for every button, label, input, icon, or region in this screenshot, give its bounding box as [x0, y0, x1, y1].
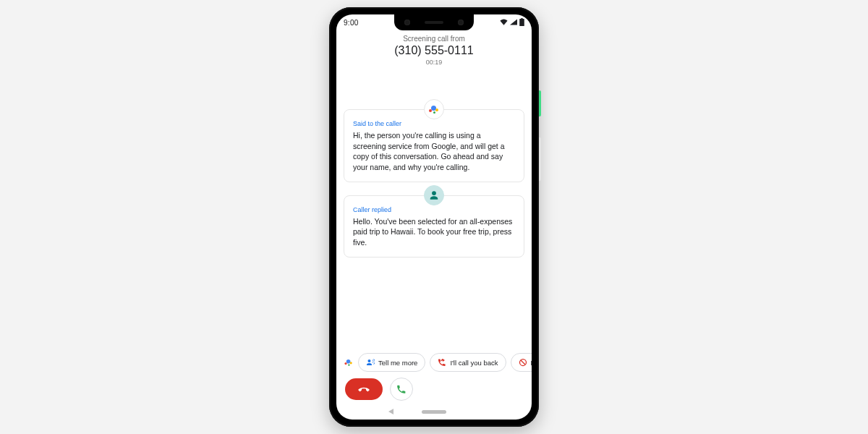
- screening-label: Screening call from: [336, 35, 532, 43]
- assistant-card-label: Said to the caller: [353, 120, 515, 127]
- chip-label: R: [531, 359, 532, 367]
- block-icon: [519, 358, 527, 367]
- person-voice-icon: [366, 358, 375, 367]
- person-icon: [429, 190, 439, 200]
- svg-line-1: [521, 360, 525, 365]
- caller-number: (310) 555-0111: [336, 44, 532, 57]
- wifi-icon: [500, 19, 508, 27]
- pickup-button[interactable]: [390, 378, 413, 401]
- google-assistant-dots-icon: [344, 358, 352, 366]
- chip-label: Tell me more: [378, 359, 417, 367]
- call-duration: 00:19: [336, 59, 532, 66]
- status-time: 9:00: [344, 19, 394, 27]
- status-indicators: [474, 18, 524, 27]
- assistant-card: Said to the caller Hi, the person you're…: [344, 109, 524, 182]
- cellular-signal-icon: [510, 19, 517, 27]
- back-icon[interactable]: [388, 409, 393, 414]
- chip-label: I'll call you back: [450, 359, 498, 367]
- transcript-area: Said to the caller Hi, the person you're…: [336, 109, 532, 258]
- caller-message: Caller replied Hello. You've been select…: [344, 195, 524, 258]
- earpiece-speaker: [425, 21, 443, 24]
- front-camera-icon: [404, 20, 410, 25]
- home-pill-icon[interactable]: [422, 410, 446, 414]
- power-button: [539, 90, 541, 116]
- volume-button: [539, 137, 541, 181]
- hangup-button[interactable]: [345, 378, 383, 400]
- call-actions: [345, 378, 413, 401]
- android-nav-bar: [336, 405, 532, 418]
- chip-call-back[interactable]: I'll call you back: [430, 353, 506, 372]
- phone-screen: 9:00 Screening call from (310) 555-0111: [336, 14, 532, 420]
- display-notch: [394, 14, 474, 30]
- callback-icon: [438, 358, 446, 367]
- caller-icon: [424, 185, 444, 205]
- assistant-chip-lead: [344, 354, 354, 370]
- phone-icon: [396, 384, 407, 394]
- hangup-icon: [357, 383, 370, 396]
- response-chips-row: Tell me more I'll call you back R: [344, 353, 532, 372]
- call-header: Screening call from (310) 555-0111 00:19: [336, 35, 532, 66]
- battery-icon: [519, 18, 524, 27]
- assistant-card-body: Hi, the person you're calling is using a…: [353, 130, 515, 173]
- stage: 9:00 Screening call from (310) 555-0111: [0, 0, 868, 434]
- assistant-message: Said to the caller Hi, the person you're…: [344, 109, 524, 182]
- google-assistant-dots-icon: [429, 104, 439, 114]
- front-camera-icon: [458, 20, 464, 25]
- chip-tell-me-more[interactable]: Tell me more: [358, 353, 425, 372]
- assistant-icon: [424, 99, 444, 119]
- phone-frame: 9:00 Screening call from (310) 555-0111: [329, 7, 539, 427]
- chip-report-spam[interactable]: R: [511, 353, 532, 372]
- caller-card-label: Caller replied: [353, 206, 515, 213]
- caller-card-body: Hello. You've been selected for an all-e…: [353, 216, 515, 248]
